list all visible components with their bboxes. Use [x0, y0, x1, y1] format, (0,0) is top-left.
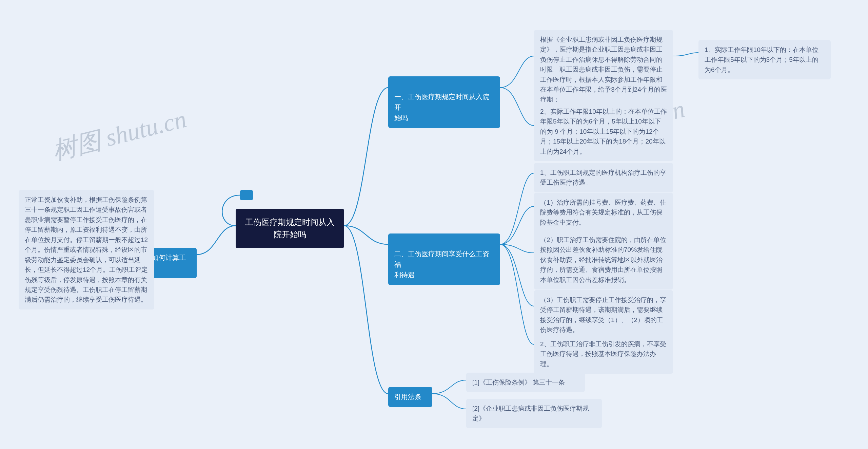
branch-3-leaf-1-text: 正常工资加伙食补助，根据工伤保险条例第三十一条规定职工因工作遭受事故伤害或者患职…: [25, 196, 148, 303]
branch-1-leaf-1-1: 1、实际工作年限10年以下的：在本单位工作年限5年以下的为3个月；5年以上的为6…: [698, 40, 831, 79]
branch-4-leaf-2: [2]《企业职工患病或非因工负伤医疗期规定》: [466, 399, 602, 428]
branch-1-leaf-1: 根据《企业职工患病或非因工负伤医疗期规定》，医疗期是指企业职工因患病或非因工负伤…: [534, 30, 673, 109]
branch-2-title: 二、工伤医疗期间享受什么工资福 利待遇: [394, 250, 489, 279]
branch-4-leaf-1: [1]《工伤保险条例》 第三十一条: [466, 373, 585, 392]
branch-2-leaf-1: 1、工伤职工到规定的医疗机构治疗工伤的享受工伤医疗待遇。: [534, 163, 673, 192]
branch-1-leaf-1-text: 根据《企业职工患病或非因工负伤医疗期规定》，医疗期是指企业职工因患病或非因工负伤…: [540, 36, 667, 103]
branch-2-leaf-1-text: 1、工伤职工到规定的医疗机构治疗工伤的享受工伤医疗待遇。: [540, 169, 666, 186]
branch-1-leaf-1-1-text: 1、实际工作年限10年以下的：在本单位工作年限5年以下的为3个月；5年以上的为6…: [705, 46, 818, 73]
watermark-1: 树图 shutu.cn: [49, 103, 190, 168]
branch-2-leaf-4-text: （3）工伤职工需要停止工作接受治疗的，享受停工留薪期待遇，该期期满后，需要继续接…: [540, 296, 666, 333]
branch-4-leaf-1-text: [1]《工伤保险条例》 第三十一条: [472, 379, 565, 386]
root-node[interactable]: 工伤医疗期规定时间从入 院开始吗: [236, 209, 344, 248]
branch-2-leaf-5-text: 2、工伤职工治疗非工伤引发的疾病，不享受工伤医疗待遇，按照基本医疗保险办法办理。: [540, 340, 666, 368]
branch-2-leaf-3: （2）职工治疗工伤需要住院的，由所在单位按照因公出差伙食补助标准的70%发给住院…: [534, 230, 673, 289]
branch-2-leaf-5: 2、工伤职工治疗非工伤引发的疾病，不享受工伤医疗待遇，按照基本医疗保险办法办理。: [534, 334, 673, 374]
branch-2[interactable]: 二、工伤医疗期间享受什么工资福 利待遇: [388, 233, 500, 285]
branch-1-leaf-2-text: 2、实际工作年限10年以上的：在本单位工作年限5年以下的为6个月，5年以上10年…: [540, 108, 667, 155]
branch-1[interactable]: 一、工伤医疗期规定时间从入院开 始吗: [388, 76, 500, 128]
branch-1-title: 一、工伤医疗期规定时间从入院开 始吗: [394, 93, 489, 121]
branch-4-title: 引用法条: [394, 393, 421, 400]
stub-node[interactable]: [240, 190, 253, 200]
branch-1-leaf-2: 2、实际工作年限10年以上的：在本单位工作年限5年以下的为6个月，5年以上10年…: [534, 102, 673, 161]
branch-2-leaf-3-text: （2）职工治疗工伤需要住院的，由所在单位按照因公出差伙食补助标准的70%发给住院…: [540, 236, 666, 283]
branch-2-leaf-4: （3）工伤职工需要停止工作接受治疗的，享受停工留薪期待遇，该期期满后，需要继续接…: [534, 290, 673, 340]
branch-4-leaf-2-text: [2]《企业职工患病或非因工负伤医疗期规定》: [472, 405, 589, 422]
branch-2-leaf-2-text: （1）治疗所需的挂号费、医疗费、药费、住院费等费用符合有关规定标准的，从工伤保险…: [540, 199, 666, 226]
root-title: 工伤医疗期规定时间从入 院开始吗: [245, 218, 335, 239]
branch-2-leaf-2: （1）治疗所需的挂号费、医疗费、药费、住院费等费用符合有关规定标准的，从工伤保险…: [534, 193, 673, 232]
branch-3-leaf-1: 正常工资加伙食补助，根据工伤保险条例第三十一条规定职工因工作遭受事故伤害或者患职…: [19, 190, 154, 310]
branch-4[interactable]: 引用法条: [388, 387, 432, 407]
